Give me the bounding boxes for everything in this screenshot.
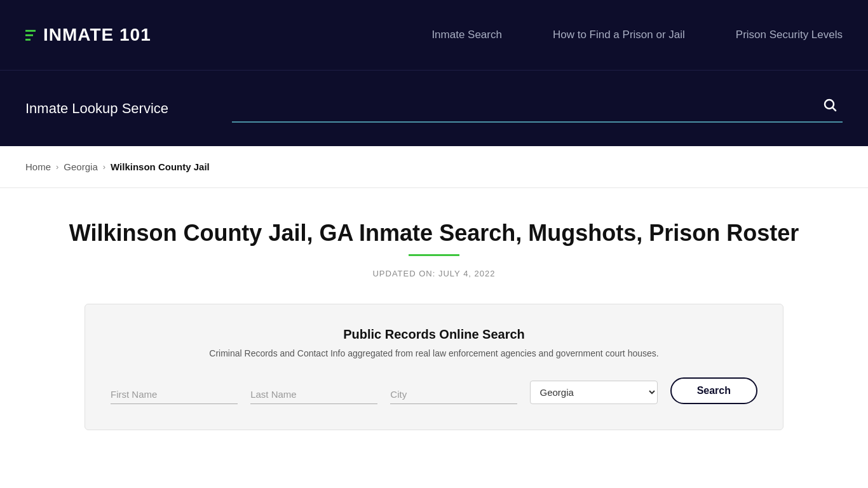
state-select[interactable]: AlabamaAlaskaArizonaArkansasCaliforniaCo…	[530, 381, 657, 404]
logo-bars-icon	[25, 30, 36, 41]
breadcrumb: Home › Georgia › Wilkinson County Jail	[25, 161, 843, 172]
form-subtitle: Criminal Records and Contact Info aggreg…	[111, 348, 757, 358]
nav-links-container: Inmate Search How to Find a Prison or Ja…	[431, 29, 843, 41]
city-input[interactable]	[390, 384, 517, 404]
form-row: AlabamaAlaskaArizonaArkansasCaliforniaCo…	[111, 377, 757, 404]
search-input-wrap	[232, 95, 843, 123]
search-button[interactable]: Search	[670, 377, 757, 404]
form-title: Public Records Online Search	[111, 327, 757, 342]
search-bar: Inmate Lookup Service	[0, 70, 868, 146]
site-logo[interactable]: INMATE 101	[25, 25, 151, 45]
breadcrumb-state[interactable]: Georgia	[64, 161, 97, 172]
search-icon-button[interactable]	[817, 95, 843, 119]
svg-line-1	[833, 107, 836, 110]
search-bar-label: Inmate Lookup Service	[25, 100, 168, 117]
logo-text: INMATE 101	[43, 25, 151, 45]
breadcrumb-sep-2: ›	[103, 162, 105, 172]
state-select-wrap: AlabamaAlaskaArizonaArkansasCaliforniaCo…	[530, 381, 657, 404]
nav-inmate-search[interactable]: Inmate Search	[431, 29, 502, 41]
first-name-input[interactable]	[111, 384, 238, 404]
last-name-field	[250, 384, 377, 404]
last-name-input[interactable]	[250, 384, 377, 404]
breadcrumb-home[interactable]: Home	[25, 161, 51, 172]
nav-security-levels[interactable]: Prison Security Levels	[736, 29, 843, 41]
breadcrumb-sep-1: ›	[56, 162, 58, 172]
main-content: Wilkinson County Jail, GA Inmate Search,…	[0, 188, 868, 456]
breadcrumb-current: Wilkinson County Jail	[111, 161, 210, 172]
first-name-field	[111, 384, 238, 404]
top-navigation: INMATE 101 Inmate Search How to Find a P…	[0, 0, 868, 70]
nav-how-to-find[interactable]: How to Find a Prison or Jail	[553, 29, 685, 41]
search-icon	[822, 97, 837, 112]
city-field	[390, 384, 517, 404]
page-title: Wilkinson County Jail, GA Inmate Search,…	[25, 220, 843, 247]
updated-date: UPDATED ON: JULY 4, 2022	[25, 269, 843, 278]
search-input[interactable]	[232, 100, 817, 113]
search-form-card: Public Records Online Search Criminal Re…	[85, 304, 783, 430]
title-underline	[409, 254, 459, 256]
breadcrumb-section: Home › Georgia › Wilkinson County Jail	[0, 146, 868, 188]
